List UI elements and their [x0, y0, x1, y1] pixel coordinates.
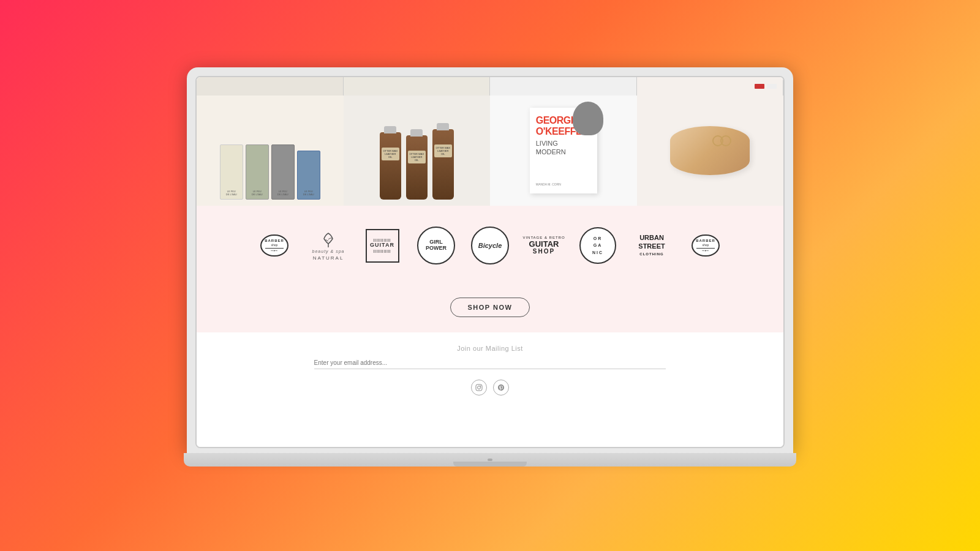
nav-controls — [755, 84, 777, 89]
bottle-1: OTTER WAXLEATHEROIL — [380, 132, 401, 200]
ring-2 — [720, 135, 731, 146]
candle-box-2: LE FEUDE L'EAU — [246, 144, 269, 200]
laptop-screen: LE FEUDE L'EAU LE FEUDE L'EAU LE FEUDE L… — [195, 76, 785, 448]
social-icons-row — [471, 380, 509, 395]
product-bottles[interactable]: OTTER WAXLEATHEROIL OTTER WAXLEATHEROIL … — [344, 96, 491, 206]
barber-2-wings: 〜✦〜 — [696, 250, 715, 253]
top-cell-3 — [490, 77, 637, 96]
laptop-device: LE FEUDE L'EAU LE FEUDE L'EAU LE FEUDE L… — [184, 67, 796, 484]
brand-guitar-box[interactable]: |||||||||||| GUITAR |||||||||||| — [361, 224, 404, 267]
website-content: LE FEUDE L'EAU LE FEUDE L'EAU LE FEUDE L… — [197, 77, 783, 447]
barber-text-top: BARBER — [265, 239, 284, 243]
candle-label-3: LE FEUDE L'EAU — [272, 190, 294, 196]
barber-text-bottom: shop — [265, 243, 284, 247]
nav-dot-red — [755, 84, 764, 89]
brands-row: BARBER shop 〜✦〜 — [203, 224, 777, 267]
instagram-icon[interactable] — [471, 380, 487, 395]
bicycle-logo: Bicycle — [471, 227, 509, 264]
brand-barber-2[interactable]: BARBER shop 〜✦〜 — [684, 224, 727, 267]
pinterest-icon[interactable] — [493, 380, 509, 395]
bicycle-text: Bicycle — [478, 242, 502, 249]
barber-2-text-top: BARBER — [696, 239, 715, 243]
pillow-wrapper — [670, 126, 750, 175]
bottle-3: OTTER WAXLEATHEROIL — [432, 129, 454, 200]
natural-leaf-icon — [319, 230, 337, 247]
candle-label-4: LE FEUDE L'EAU — [298, 190, 320, 196]
natural-logo: beauty & spa NATURAL — [312, 230, 345, 261]
bottle-cap-3 — [437, 123, 449, 130]
barber-wings: 〜✦〜 — [265, 250, 284, 253]
footer-section: Join our Mailing List — [197, 332, 783, 405]
laptop-base — [184, 453, 796, 467]
natural-text: beauty & spa — [312, 249, 345, 253]
organic-text: ORGANIC — [592, 235, 603, 256]
shop-now-button[interactable]: SHOP NOW — [450, 298, 530, 317]
girl-power-text: GIRLPOWER — [426, 239, 447, 252]
top-cell-4 — [637, 77, 784, 96]
barber-2-text-bottom: shop — [696, 243, 715, 247]
product-top-strip — [197, 77, 783, 96]
brand-urban-street[interactable]: URBAN STREET CLOTHING — [630, 224, 673, 267]
product-book[interactable]: GEORGIA O'KEEFFE LIVINGMODERN WANDA M. C… — [490, 96, 637, 206]
guitar-shop-logo: VINTAGE & RETRO GUITAR SHOP — [522, 236, 565, 255]
bottle-label-1: OTTER WAXLEATHEROIL — [382, 148, 399, 160]
top-cell-2 — [344, 77, 491, 96]
girl-power-logo: GIRLPOWER — [417, 227, 455, 264]
svg-rect-1 — [476, 384, 482, 391]
rings-on-pillow — [712, 135, 731, 146]
book-author: WANDA M. CORN — [536, 182, 591, 186]
product-grid: LE FEUDE L'EAU LE FEUDE L'EAU LE FEUDE L… — [197, 96, 783, 206]
guitar-bottom-text: |||||||||||| — [374, 249, 391, 253]
brand-organic[interactable]: ORGANIC — [576, 224, 619, 267]
guitar-label: GUITAR — [370, 242, 394, 249]
nav-dot-light — [767, 84, 777, 89]
urban-street-logo: URBAN STREET CLOTHING — [638, 234, 665, 257]
email-input[interactable] — [314, 359, 666, 366]
candle-label-1: LE FEUDE L'EAU — [221, 190, 243, 196]
product-candles[interactable]: LE FEUDE L'EAU LE FEUDE L'EAU LE FEUDE L… — [197, 96, 344, 206]
guitar-shop-bottom: SHOP — [533, 248, 555, 255]
email-input-row — [314, 359, 666, 369]
laptop-bezel: LE FEUDE L'EAU LE FEUDE L'EAU LE FEUDE L… — [187, 67, 793, 453]
book-wrapper: GEORGIA O'KEEFFE LIVINGMODERN WANDA M. C… — [530, 108, 597, 193]
bottle-cap-2 — [410, 129, 423, 137]
product-pillow[interactable] — [637, 96, 784, 206]
bottle-cap-1 — [384, 126, 396, 133]
mailing-list-label: Join our Mailing List — [457, 345, 523, 352]
book-person-silhouette — [573, 102, 603, 135]
top-cell-1 — [197, 77, 344, 96]
barber-logo-1: BARBER shop 〜✦〜 — [260, 234, 288, 257]
book-subtitle: LIVINGMODERN — [536, 139, 591, 157]
candle-box-4: LE FEUDE L'EAU — [297, 151, 320, 200]
barber-logo-2: BARBER shop 〜✦〜 — [692, 234, 720, 257]
bottle-label-3: OTTER WAXLEATHEROIL — [434, 144, 452, 157]
svg-point-3 — [480, 386, 481, 386]
brand-girl-power[interactable]: GIRLPOWER — [415, 224, 458, 267]
guitar-box-logo: |||||||||||| GUITAR |||||||||||| — [366, 229, 399, 263]
natural-label: NATURAL — [313, 255, 344, 261]
guitar-shop-main: GUITAR — [529, 240, 559, 248]
shop-now-section: SHOP NOW — [197, 285, 783, 332]
brand-guitar-shop[interactable]: VINTAGE & RETRO GUITAR SHOP — [522, 224, 565, 267]
brands-section: BARBER shop 〜✦〜 — [197, 206, 783, 285]
urban-text-1: URBAN — [638, 234, 665, 242]
candle-box-1: LE FEUDE L'EAU — [220, 144, 243, 200]
brand-bicycle[interactable]: Bicycle — [469, 224, 511, 267]
svg-point-2 — [478, 386, 481, 389]
urban-text-3: CLOTHING — [639, 252, 663, 256]
barber-2-divider — [696, 248, 715, 249]
candle-box-3: LE FEUDE L'EAU — [271, 144, 295, 200]
leather-pillow — [670, 126, 750, 175]
candle-label-2: LE FEUDE L'EAU — [246, 190, 268, 196]
barber-divider — [265, 248, 284, 249]
laptop-notch — [488, 459, 492, 461]
bottle-2: OTTER WAXLEATHEROIL — [406, 135, 428, 200]
urban-text-2: STREET — [638, 242, 665, 250]
bottle-label-2: OTTER WAXLEATHEROIL — [408, 151, 426, 163]
brand-barber-1[interactable]: BARBER shop 〜✦〜 — [253, 224, 296, 267]
organic-logo: ORGANIC — [579, 227, 616, 264]
brand-natural[interactable]: beauty & spa NATURAL — [307, 224, 350, 267]
